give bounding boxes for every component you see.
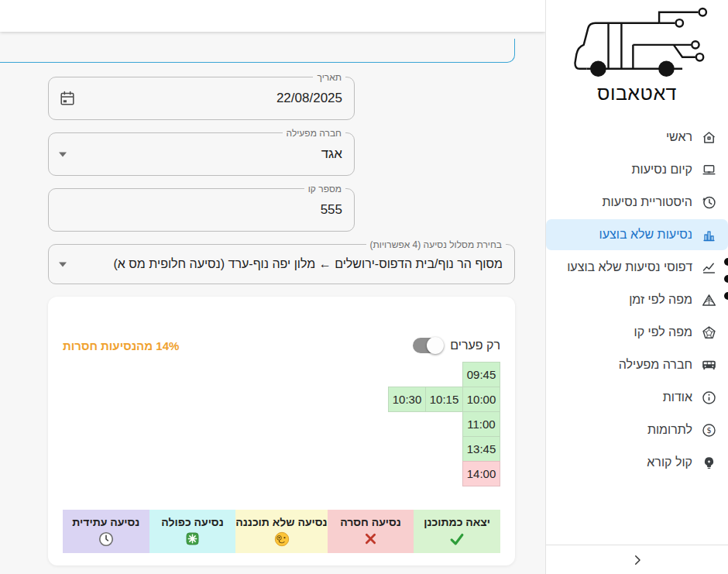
sidebar-item-label: לתרומות <box>647 423 692 437</box>
check-icon <box>448 531 465 548</box>
line-number-value: 555 <box>81 189 342 231</box>
bulb-icon <box>700 454 717 471</box>
sidebar-item-label: חברה מפעילה <box>619 358 692 372</box>
only-gaps-toggle-group: רק פערים <box>413 338 500 353</box>
bar-chart-icon <box>700 226 717 243</box>
route-select[interactable]: בחירת מסלול נסיעה (4 אפשרויות) מסוף הר נ… <box>48 244 515 284</box>
departure-cell[interactable]: 14:00 <box>462 461 500 486</box>
panel-header: רק פערים 14% מהנסיעות חסרות <box>63 332 500 359</box>
app-root: תאריך 22/08/2025 חברה מפעילה אגד מספר <box>0 0 728 574</box>
departure-cell[interactable]: 10:15 <box>425 387 463 412</box>
departure-cell[interactable]: 11:00 <box>462 411 500 437</box>
laptop-icon <box>700 161 717 178</box>
date-field[interactable]: תאריך 22/08/2025 <box>48 77 355 120</box>
chevron-down-icon <box>59 258 67 271</box>
sidebar-item-trip-history[interactable]: היסטוריית נסיעות <box>546 187 728 218</box>
sidebar: דאטאבוס ראשיקיום נסיעותהיסטוריית נסיעותנ… <box>545 0 728 574</box>
only-gaps-switch[interactable] <box>413 338 442 353</box>
svg-text:$: $ <box>706 426 711 435</box>
bus-circuit-illustration <box>558 5 717 82</box>
main-area: תאריך 22/08/2025 חברה מפעילה אגד מספר <box>0 0 545 574</box>
legend-item: יצאה כמתוכנן <box>414 510 500 553</box>
chevron-right-icon <box>630 553 644 567</box>
collapse-sidebar-button[interactable] <box>630 553 644 567</box>
sidebar-item-label: אודות <box>663 390 692 404</box>
switch-thumb <box>427 337 444 354</box>
pentagon-icon <box>700 324 717 341</box>
sidebar-footer <box>546 545 728 574</box>
sidebar-item-label: דפוסי נסיעות שלא בוצעו <box>567 260 692 274</box>
info-icon <box>700 389 717 406</box>
departure-cell[interactable]: 10:30 <box>388 387 426 412</box>
line-number-field[interactable]: מספר קו 555 <box>48 188 355 232</box>
sidebar-item-label: היסטוריית נסיעות <box>602 195 692 209</box>
line-chart-icon <box>700 259 717 276</box>
clock-icon <box>98 531 115 548</box>
calendar-icon[interactable] <box>59 90 76 107</box>
sidebar-item-label: נסיעות שלא בוצעו <box>599 228 692 242</box>
legend-item: נסיעה שלא תוכננה <box>235 510 327 553</box>
sidebar-item-label: ראשי <box>666 130 692 144</box>
sidebar-nav: ראשיקיום נסיעותהיסטוריית נסיעותנסיעות של… <box>546 122 728 478</box>
highlighted-panel-border <box>0 39 515 63</box>
departures-row: 11:00 <box>63 411 500 437</box>
monocle-icon <box>273 531 290 548</box>
home-icon <box>700 129 717 146</box>
operator-select[interactable]: חברה מפעילה אגד <box>48 132 355 176</box>
databus-logo <box>546 5 728 82</box>
legend-item-label: נסיעה חסרה <box>340 516 401 528</box>
legend-item-label: נסיעה עתידית <box>72 516 139 528</box>
legend-item-label: נסיעה כפולה <box>161 516 223 528</box>
departures-panel: רק פערים 14% מהנסיעות חסרות 09:4510:0010… <box>48 297 515 565</box>
departures-row: 14:00 <box>63 461 500 486</box>
legend-item: נסיעה חסרה <box>328 510 414 553</box>
legend-item-label: יצאה כמתוכנן <box>424 516 490 528</box>
sidebar-item-open-call[interactable]: קול קורא <box>546 447 728 478</box>
departure-cell[interactable]: 13:45 <box>462 436 500 462</box>
legend-item: נסיעה כפולה <box>149 510 236 553</box>
sidebar-item-label: קיום נסיעות <box>632 163 692 177</box>
sidebar-item-trip-execution[interactable]: קיום נסיעות <box>546 154 728 185</box>
status-legend: יצאה כמתוכנןנסיעה חסרהנסיעה שלא תוכננהנס… <box>63 510 500 553</box>
sidebar-item-operator[interactable]: חברה מפעילה <box>546 349 728 380</box>
sidebar-item-missed-trip-patterns[interactable]: דפוסי נסיעות שלא בוצעו <box>546 252 728 283</box>
sidebar-item-home[interactable]: ראשי <box>546 122 728 153</box>
brand-title: דאטאבוס <box>546 82 728 105</box>
history-icon <box>700 194 717 211</box>
burst-icon <box>185 531 200 548</box>
legend-item-label: נסיעה שלא תוכננה <box>235 516 327 528</box>
top-bar <box>0 0 545 32</box>
chevron-down-icon <box>59 148 67 161</box>
departures-row: 10:0010:1510:30 <box>63 387 500 412</box>
departures-row: 09:45 <box>63 362 500 387</box>
sidebar-item-donations[interactable]: $לתרומות <box>546 414 728 445</box>
departures-grid: 09:4510:0010:1510:3011:0013:4514:00 <box>63 362 500 486</box>
sidebar-item-missed-trips[interactable]: נסיעות שלא בוצעו <box>546 219 728 250</box>
sidebar-item-map-by-line[interactable]: מפה לפי קו <box>546 317 728 348</box>
content-column: תאריך 22/08/2025 חברה מפעילה אגד מספר <box>48 77 515 565</box>
only-gaps-label: רק פערים <box>450 339 500 352</box>
missing-percentage-text: 14% מהנסיעות חסרות <box>63 339 179 352</box>
donate-icon: $ <box>700 421 717 438</box>
sidebar-item-label: מפה לפי זמן <box>629 293 692 307</box>
sidebar-item-label: מפה לפי קו <box>634 325 692 339</box>
departure-cell[interactable]: 10:00 <box>462 387 500 412</box>
date-field-value: 22/08/2025 <box>81 77 342 119</box>
departures-row: 13:45 <box>63 436 500 462</box>
sidebar-item-map-by-time[interactable]: מפה לפי זמן <box>546 284 728 315</box>
sidebar-item-about[interactable]: אודות <box>546 382 728 413</box>
legend-item: נסיעה עתידית <box>63 510 149 553</box>
route-select-value: מסוף הר נוף/בית הדפוס-ירושלים ← מלון יפה… <box>81 245 503 284</box>
operator-select-value: אגד <box>81 133 342 175</box>
sidebar-item-label: קול קורא <box>647 455 692 469</box>
bus-icon <box>700 356 717 373</box>
mountain-icon <box>700 291 717 308</box>
x-icon <box>363 531 378 548</box>
departure-cell[interactable]: 09:45 <box>462 362 500 387</box>
